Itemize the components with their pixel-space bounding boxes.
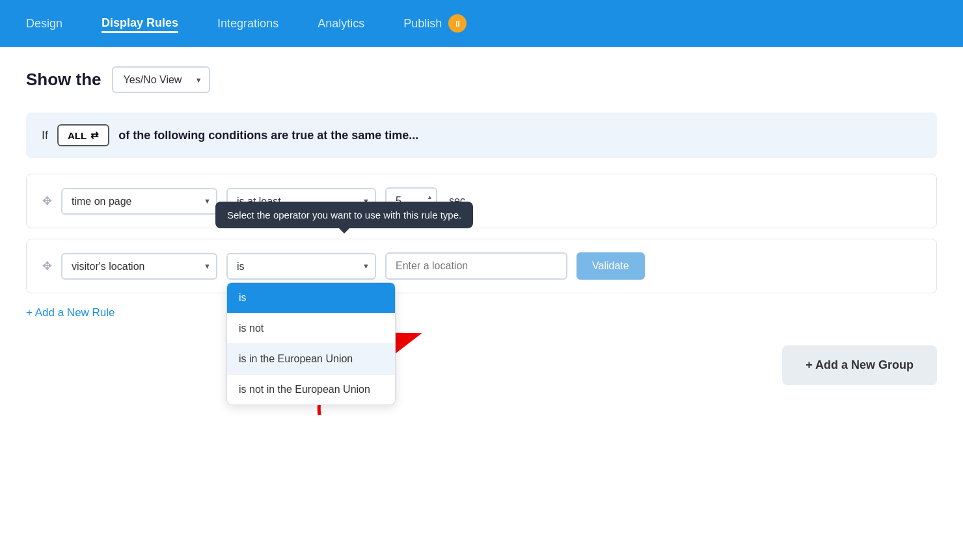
all-badge[interactable]: ALL ⇄ — [57, 124, 109, 146]
condition-1-wrapper: time on page visitor's location scroll d… — [61, 188, 217, 215]
condition-2-wrapper: visitor's location time on page scroll d… — [61, 253, 217, 280]
increment-btn[interactable]: ▲ — [426, 194, 433, 201]
add-group-area: + Add a New Group — [26, 345, 937, 385]
rule-1-row: ✥ time on page visitor's location scroll… — [42, 187, 921, 215]
location-input[interactable] — [385, 252, 567, 280]
publish-label: Publish — [403, 17, 442, 31]
pause-badge: ⏸ — [448, 14, 467, 33]
rule-2-container: Select the operator you want to use with… — [26, 239, 937, 293]
drag-handle-2[interactable]: ✥ — [42, 259, 52, 273]
dropdown-item-is[interactable]: is — [227, 283, 395, 313]
validate-button[interactable]: Validate — [576, 252, 645, 280]
pause-icon: ⏸ — [454, 19, 462, 29]
condition-1-select[interactable]: time on page visitor's location scroll d… — [61, 188, 217, 215]
if-label: If — [42, 129, 48, 142]
operator-tooltip: Select the operator you want to use with… — [215, 202, 473, 228]
dropdown-item-is-not[interactable]: is not — [227, 313, 395, 344]
operator-2-open-wrapper: is is not is in the European Union is no… — [226, 253, 376, 280]
nav-publish[interactable]: Publish ⏸ — [403, 14, 467, 33]
dropdown-item-eu[interactable]: is in the European Union — [227, 344, 395, 375]
nav-display-rules[interactable]: Display Rules — [102, 14, 178, 33]
add-rule-row: + Add a New Rule — [26, 306, 937, 319]
view-select-wrapper: Yes/No View Popup View Banner View — [112, 66, 210, 93]
rule-2-row: ✥ visitor's location time on page scroll… — [42, 252, 921, 280]
tooltip-text: Select the operator you want to use with… — [227, 209, 461, 220]
main-content: Show the Yes/No View Popup View Banner V… — [0, 47, 963, 560]
show-the-row: Show the Yes/No View Popup View Banner V… — [26, 66, 937, 93]
add-new-rule-button[interactable]: + Add a New Rule — [26, 306, 115, 319]
nav-analytics[interactable]: Analytics — [318, 14, 364, 33]
top-nav: Design Display Rules Integrations Analyt… — [0, 0, 963, 47]
operator-2-wrapper: is is not is in the European Union is no… — [226, 253, 376, 280]
nav-design[interactable]: Design — [26, 14, 62, 33]
view-select[interactable]: Yes/No View Popup View Banner View — [112, 66, 210, 93]
dropdown-item-not-eu[interactable]: is not in the European Union — [227, 375, 395, 405]
rule-1-container: ✥ time on page visitor's location scroll… — [26, 174, 937, 228]
all-label: ALL — [68, 130, 87, 141]
add-new-group-button[interactable]: + Add a New Group — [782, 345, 937, 385]
nav-integrations[interactable]: Integrations — [217, 14, 278, 33]
swap-icon: ⇄ — [90, 129, 99, 141]
operator-2-select[interactable]: is is not is in the European Union is no… — [226, 253, 376, 280]
operator-dropdown: is is not is in the European Union is no… — [226, 282, 396, 405]
conditions-text: of the following conditions are true at … — [118, 129, 418, 142]
if-conditions-row: If ALL ⇄ of the following conditions are… — [26, 113, 937, 158]
show-the-label: Show the — [26, 70, 102, 90]
drag-handle-1[interactable]: ✥ — [42, 194, 52, 208]
condition-2-select[interactable]: visitor's location time on page scroll d… — [61, 253, 217, 280]
